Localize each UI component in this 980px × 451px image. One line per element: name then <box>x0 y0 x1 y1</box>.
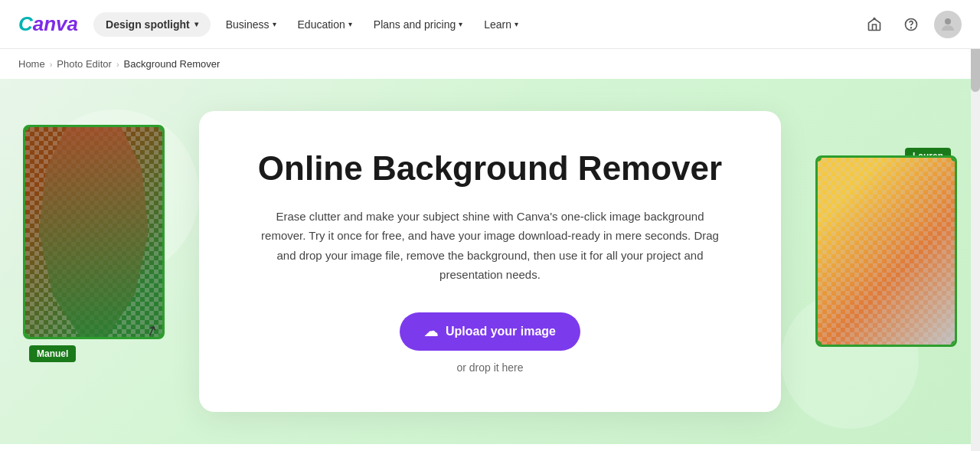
hero-card: Online Background Remover Erase clutter … <box>199 111 781 412</box>
chevron-down-icon: ▾ <box>514 20 518 28</box>
hero-title: Online Background Remover <box>245 149 735 188</box>
svg-point-0 <box>874 18 875 19</box>
user-icon <box>939 15 957 34</box>
design-spotlight-label: Design spotlight <box>106 18 190 31</box>
logo[interactable]: Canva <box>18 12 78 36</box>
chevron-down-icon: ▾ <box>273 20 276 28</box>
navbar: Canva Design spotlight ▾ Business ▾ Educ… <box>0 0 980 49</box>
upload-button[interactable]: ☁ Upload your image <box>400 312 580 351</box>
chevron-down-icon: ▾ <box>194 20 198 28</box>
resize-handle-bl[interactable] <box>23 333 29 339</box>
transparency-bg-right <box>818 158 955 345</box>
home-icon <box>867 17 882 32</box>
breadcrumb-photo-editor[interactable]: Photo Editor <box>57 58 112 70</box>
breadcrumb-separator-2: › <box>116 60 119 69</box>
breadcrumb-separator: › <box>50 60 53 69</box>
hero-description: Erase clutter and make your subject shin… <box>260 207 720 285</box>
avatar[interactable] <box>934 11 962 38</box>
nav-link-plans[interactable]: Plans and pricing ▾ <box>364 12 472 37</box>
nav-link-business[interactable]: Business ▾ <box>217 12 286 37</box>
nav-links: Business ▾ Education ▾ Plans and pricing… <box>217 12 861 37</box>
design-spotlight-button[interactable]: Design spotlight ▾ <box>93 12 211 37</box>
help-icon-button[interactable] <box>897 11 925 38</box>
resize-handle-bl-r[interactable] <box>815 341 822 347</box>
nav-link-learn[interactable]: Learn ▾ <box>475 12 528 37</box>
logo-text: Canva <box>18 12 78 35</box>
resize-handle-tr[interactable] <box>158 125 165 131</box>
left-image-mockup: Manuel ↗ <box>23 125 165 355</box>
breadcrumb: Home › Photo Editor › Background Remover <box>0 49 980 79</box>
hero-section: Manuel ↗ Online Background Remover Erase… <box>0 79 980 444</box>
right-image-frame <box>815 155 957 347</box>
svg-point-2 <box>911 27 912 28</box>
svg-point-3 <box>945 18 951 25</box>
right-image-mockup: Lauren <box>815 155 957 370</box>
breadcrumb-current: Background Remover <box>124 58 220 70</box>
nav-right <box>861 11 962 38</box>
upload-button-label: Upload your image <box>446 325 556 338</box>
chevron-down-icon: ▾ <box>459 20 462 28</box>
chevron-down-icon: ▾ <box>348 20 352 28</box>
resize-handle-br-r[interactable] <box>951 341 957 347</box>
help-icon <box>903 17 919 32</box>
scrollbar-track <box>971 0 980 451</box>
nav-link-education[interactable]: Education ▾ <box>289 12 361 37</box>
resize-handle-tr-r[interactable] <box>951 155 957 162</box>
left-name-tag: Manuel <box>29 345 76 362</box>
left-image-frame <box>23 125 165 339</box>
upload-cloud-icon: ☁ <box>424 323 438 340</box>
home-icon-button[interactable] <box>861 11 888 38</box>
drop-hint: or drop it here <box>245 361 735 374</box>
breadcrumb-home[interactable]: Home <box>18 58 45 70</box>
